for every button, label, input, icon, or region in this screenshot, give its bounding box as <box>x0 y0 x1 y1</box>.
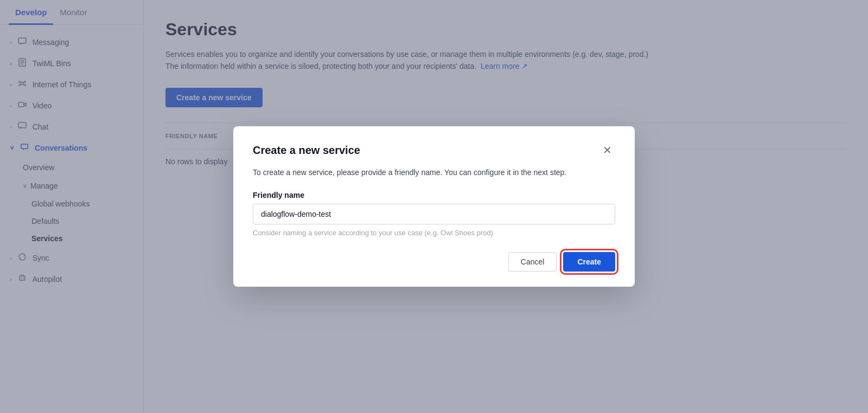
friendly-name-hint: Consider naming a service according to y… <box>253 229 615 237</box>
friendly-name-input[interactable] <box>253 204 615 224</box>
modal-overlay[interactable]: Create a new service ✕ To create a new s… <box>0 0 868 413</box>
create-button[interactable]: Create <box>563 252 615 272</box>
modal-close-button[interactable]: ✕ <box>599 144 615 157</box>
cancel-button[interactable]: Cancel <box>508 252 557 272</box>
modal-header: Create a new service ✕ <box>253 144 615 157</box>
create-service-modal: Create a new service ✕ To create a new s… <box>233 126 635 286</box>
modal-description: To create a new service, please provide … <box>253 166 615 178</box>
friendly-name-label: Friendly name <box>253 191 615 199</box>
modal-title: Create a new service <box>253 144 360 157</box>
modal-footer: Cancel Create <box>253 252 615 272</box>
